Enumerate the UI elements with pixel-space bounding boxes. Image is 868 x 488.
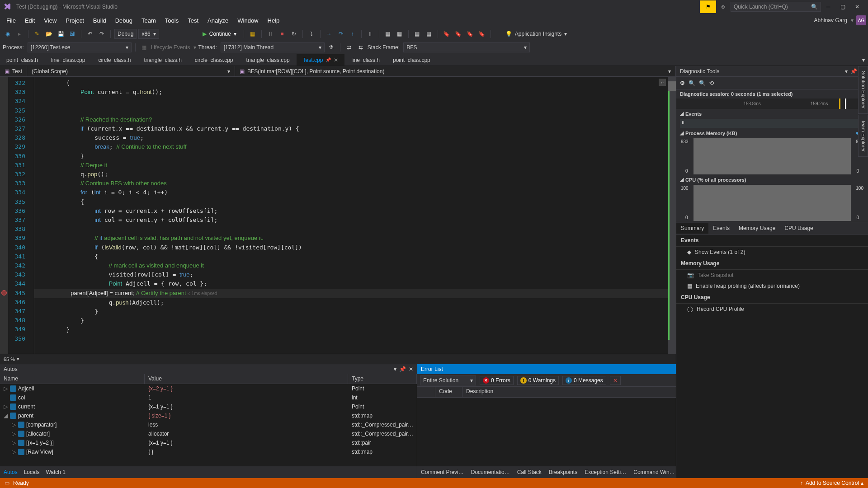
- side-tab-team-explorer[interactable]: Team Explorer: [858, 115, 868, 157]
- memory-graph[interactable]: 933 933 0 0: [693, 138, 851, 174]
- tab-5[interactable]: triangle_class.cpp: [240, 54, 297, 66]
- messages-filter[interactable]: i0 Messages: [562, 376, 606, 385]
- autos-row[interactable]: ◢parent{ size=1 }std::map: [0, 411, 417, 420]
- code-editor[interactable]: 322 323 324 325 326 327 328 329 330 331 …: [0, 77, 676, 354]
- diag-tab-summary[interactable]: Summary: [676, 223, 708, 234]
- step-out-icon[interactable]: ↑: [348, 29, 358, 39]
- tb2-icon-1[interactable]: ⇄: [344, 42, 354, 52]
- split-icon[interactable]: ↔: [659, 79, 666, 86]
- tb-icon-6[interactable]: ▤: [424, 29, 434, 39]
- platform-combo[interactable]: x86▾: [138, 29, 159, 39]
- bookmark-icon[interactable]: 🔖: [442, 29, 452, 39]
- col-value[interactable]: Value: [145, 374, 348, 384]
- menu-analyze[interactable]: Analyze: [203, 15, 233, 26]
- config-combo[interactable]: Debug: [114, 29, 137, 39]
- tab-8[interactable]: point_class.cpp: [387, 54, 437, 66]
- build-intellisense-filter[interactable]: ✕: [610, 376, 621, 385]
- menu-project[interactable]: Project: [61, 15, 88, 26]
- cpu-graph[interactable]: 100 100 0 0: [693, 185, 851, 221]
- redo-icon[interactable]: ↷: [97, 29, 107, 39]
- diag-events-header[interactable]: ◢Events: [676, 109, 868, 118]
- bt-1[interactable]: Documentatio…: [471, 469, 510, 475]
- panel-close-icon[interactable]: ✕: [409, 366, 413, 372]
- err-col-icon[interactable]: [417, 387, 435, 397]
- tb-icon-5[interactable]: ▤: [412, 29, 422, 39]
- code-area[interactable]: { Point current = q.front(); // Reached …: [34, 77, 668, 354]
- diag-memory-header[interactable]: ◢Process Memory (KB)▼●: [676, 129, 868, 137]
- diag-tab-cpu[interactable]: CPU Usage: [780, 223, 817, 234]
- autos-tab-watch1[interactable]: Watch 1: [46, 469, 66, 475]
- save-icon[interactable]: 💾: [56, 29, 66, 39]
- bt-2[interactable]: Call Stack: [517, 469, 542, 475]
- breakpoint-gutter[interactable]: [0, 77, 8, 354]
- user-dropdown-icon[interactable]: ▾: [851, 17, 854, 23]
- avatar[interactable]: AG: [856, 15, 866, 25]
- tb-icon-4[interactable]: ▦: [395, 29, 405, 39]
- app-insights-button[interactable]: 💡Application Insights▾: [505, 31, 567, 37]
- panel-pin-icon[interactable]: 📌: [399, 366, 406, 372]
- autos-row[interactable]: ▷[comparator]lessstd::_Compressed_pair…: [0, 420, 417, 429]
- tb2-icon-2[interactable]: ⇆: [356, 42, 366, 52]
- diag-timeline[interactable]: 158.8ms 159.2ms: [676, 99, 868, 109]
- autos-row[interactable]: ▷[allocator]allocatorstd::_Compressed_pa…: [0, 429, 417, 438]
- take-snapshot-row[interactable]: 📷Take Snapshot: [676, 270, 868, 281]
- crumb-scope[interactable]: (Global Scope)▾: [27, 66, 235, 76]
- bookmark-next-icon[interactable]: 🔖: [465, 29, 475, 39]
- bookmark-clear-icon[interactable]: 🔖: [477, 29, 487, 39]
- menu-debug[interactable]: Debug: [111, 15, 137, 26]
- diag-events-track[interactable]: ⏸: [680, 119, 864, 128]
- menu-team[interactable]: Team: [137, 15, 160, 26]
- zoom-in-icon[interactable]: 🔍: [689, 80, 695, 86]
- tb-icon-1[interactable]: ▦: [248, 29, 258, 39]
- filter-icon[interactable]: ⚗: [326, 42, 336, 52]
- close-button[interactable]: ✕: [850, 0, 864, 13]
- menu-edit[interactable]: Edit: [20, 15, 39, 26]
- menu-help[interactable]: Help: [263, 15, 284, 26]
- zoom-out-icon[interactable]: 🔍: [699, 80, 706, 86]
- autos-row[interactable]: ▷[{x=1 y=2 }]{x=1 y=1 }std::pair: [0, 438, 417, 447]
- tab-3[interactable]: triangle_class.h: [137, 54, 188, 66]
- process-combo[interactable]: [12260] Test.exe▾: [28, 42, 132, 52]
- diag-tab-memory[interactable]: Memory Usage: [734, 223, 780, 234]
- bt-5[interactable]: Command Win…: [633, 469, 675, 475]
- step-over-icon[interactable]: ↷: [336, 29, 346, 39]
- diag-tab-events[interactable]: Events: [708, 223, 734, 234]
- lifecycle-icon[interactable]: ▦: [139, 42, 149, 52]
- fold-column[interactable]: [28, 77, 34, 354]
- bt-0[interactable]: Comment Previ…: [421, 469, 464, 475]
- panel-dropdown-icon[interactable]: ▾: [394, 366, 396, 372]
- warnings-filter[interactable]: !0 Warnings: [517, 376, 559, 385]
- bt-3[interactable]: Breakpoints: [549, 469, 577, 475]
- menu-test[interactable]: Test: [183, 15, 203, 26]
- continue-button[interactable]: ▶Continue▾: [199, 29, 240, 39]
- diag-title[interactable]: Diagnostic Tools ▾📌✕: [676, 66, 868, 77]
- menu-window[interactable]: Window: [233, 15, 263, 26]
- tab-2[interactable]: circle_class.h: [92, 54, 137, 66]
- zoom-dropdown-icon[interactable]: ▾: [17, 356, 19, 362]
- minimize-button[interactable]: ─: [821, 0, 835, 13]
- errors-filter[interactable]: ✕0 Errors: [480, 376, 514, 385]
- error-scope-combo[interactable]: Entire Solution▾: [420, 375, 476, 385]
- open-file-icon[interactable]: 📂: [44, 29, 54, 39]
- tab-7[interactable]: line_class.h: [345, 54, 387, 66]
- show-next-icon[interactable]: ⤵: [307, 29, 316, 39]
- thread-combo[interactable]: [17312] Main Thread▾: [221, 42, 325, 52]
- stop-icon[interactable]: ■: [277, 29, 287, 39]
- crumb-function[interactable]: ▣BFS(int mat[ROW][COL], Point source, Po…: [235, 66, 676, 76]
- pin-icon[interactable]: 📌: [326, 57, 331, 62]
- diag-cpu-header[interactable]: ◢CPU (% of all processors): [676, 175, 868, 184]
- show-events-row[interactable]: ◆Show Events (1 of 2): [676, 247, 868, 258]
- autos-tab-autos[interactable]: Autos: [4, 469, 18, 475]
- close-tab-icon[interactable]: ✕: [334, 57, 338, 63]
- publish-icon[interactable]: ↑: [800, 480, 803, 486]
- col-name[interactable]: Name: [0, 374, 145, 384]
- autos-row[interactable]: ▷current{x=1 y=1 }Point: [0, 402, 417, 411]
- tab-6[interactable]: Test.cpp📌✕: [297, 54, 345, 66]
- source-control-dropdown-icon[interactable]: ▴: [861, 480, 863, 486]
- side-tab-solution-explorer[interactable]: Solution Explorer: [858, 66, 868, 114]
- menu-view[interactable]: View: [39, 15, 61, 26]
- restore-button[interactable]: ▢: [835, 0, 850, 13]
- tb-icon-3[interactable]: ▦: [383, 29, 393, 39]
- user-name[interactable]: Abhinav Garg: [814, 17, 847, 23]
- save-all-icon[interactable]: 🖫: [67, 29, 77, 39]
